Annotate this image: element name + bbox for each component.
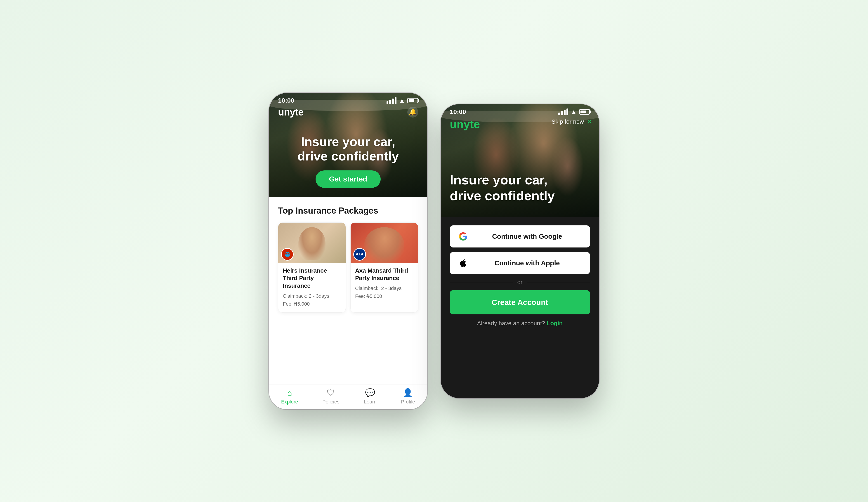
time-label: 10:00 <box>278 97 294 104</box>
right-hero-content: Insure your car, drive confidently <box>441 172 599 210</box>
right-battery-icon <box>579 109 590 115</box>
apple-signin-button[interactable]: Continue with Apple <box>450 252 590 274</box>
divider-line-right <box>527 282 590 282</box>
apple-icon <box>458 258 468 268</box>
login-prompt-text: Already have an account? <box>477 320 545 327</box>
chat-icon: 💬 <box>365 388 375 398</box>
card-body-heirs: Heirs Insurance Third Party Insurance Cl… <box>278 263 345 313</box>
right-time-label: 10:00 <box>450 108 466 115</box>
signal-icon <box>386 97 396 104</box>
home-icon: ⌂ <box>287 388 292 398</box>
tab-learn[interactable]: 💬 Learn <box>364 388 376 405</box>
apple-btn-label: Continue with Apple <box>473 259 582 267</box>
insurance-card-heirs[interactable]: 🌐 Heirs Insurance Third Party Insurance … <box>278 222 346 313</box>
google-signin-button[interactable]: Continue with Google <box>450 225 590 248</box>
heirs-logo: 🌐 <box>281 248 293 261</box>
wifi-icon: ▲ <box>399 97 405 104</box>
login-link[interactable]: Login <box>547 320 563 327</box>
right-wifi-icon: ▲ <box>570 108 577 115</box>
status-bar: 10:00 ▲ <box>269 93 427 104</box>
card-fee-heirs: Fee: ₦5,000 <box>283 300 341 308</box>
app-header: unyte 🔔 <box>269 106 427 118</box>
axa-logo: AXA <box>353 248 366 261</box>
create-account-button[interactable]: Create Account <box>450 290 590 314</box>
right-phone: 10:00 ▲ unyt <box>441 104 599 398</box>
get-started-button[interactable]: Get started <box>316 170 381 188</box>
or-text: or <box>517 279 523 286</box>
card-image-axa: AXA <box>351 223 418 263</box>
login-prompt: Already have an account? Login <box>450 320 590 327</box>
card-title-axa: Axa Mansard Third Party Insurance <box>355 267 413 282</box>
notification-bell-icon[interactable]: 🔔 <box>407 107 418 117</box>
right-signal-icon <box>558 108 568 115</box>
tab-explore[interactable]: ⌂ Explore <box>281 388 298 405</box>
right-status-icons: ▲ <box>558 108 590 115</box>
battery-icon <box>407 98 418 103</box>
card-body-axa: Axa Mansard Third Party Insurance Claimb… <box>351 263 418 305</box>
auth-logo: unyte <box>450 118 480 131</box>
insurance-card-axa[interactable]: AXA Axa Mansard Third Party Insurance Cl… <box>350 222 418 313</box>
tab-bar: ⌂ Explore 🛡 Policies 💬 Learn 👤 Profile <box>269 384 427 409</box>
tab-profile-label: Profile <box>401 399 415 405</box>
card-claimback-heirs: Claimback: 2 - 3days <box>283 292 341 300</box>
skip-bar: Skip for now ✕ <box>551 118 592 126</box>
skip-label: Skip for now <box>551 118 584 125</box>
person-icon: 👤 <box>403 388 413 398</box>
hero-headline: Insure your car, drive confidently <box>269 135 427 164</box>
tab-profile[interactable]: 👤 Profile <box>401 388 415 405</box>
card-image-heirs: 🌐 <box>278 223 345 263</box>
tab-policies[interactable]: 🛡 Policies <box>322 388 340 405</box>
section-title: Top Insurance Packages <box>278 206 418 216</box>
divider-line-left <box>450 282 513 282</box>
tab-policies-label: Policies <box>322 399 340 405</box>
right-hero-headline: Insure your car, drive confidently <box>450 172 590 203</box>
tab-explore-label: Explore <box>281 399 298 405</box>
insurance-cards: 🌐 Heirs Insurance Third Party Insurance … <box>278 222 418 313</box>
app-logo: unyte <box>278 106 303 118</box>
content-area: Top Insurance Packages 🌐 <box>269 197 427 384</box>
auth-content: Continue with Google Continue with Apple… <box>441 217 599 398</box>
right-status-bar: 10:00 ▲ <box>441 104 599 115</box>
card-fee-axa: Fee: ₦5,000 <box>355 292 413 300</box>
status-icons: ▲ <box>386 97 418 104</box>
card-title-heirs: Heirs Insurance Third Party Insurance <box>283 267 341 290</box>
left-phone: 10:00 ▲ <box>269 93 427 409</box>
tab-learn-label: Learn <box>364 399 376 405</box>
google-icon <box>458 231 468 241</box>
card-claimback-axa: Claimback: 2 - 3days <box>355 284 413 292</box>
google-btn-label: Continue with Google <box>473 232 582 240</box>
skip-close-icon[interactable]: ✕ <box>587 118 592 126</box>
or-divider: or <box>450 279 590 286</box>
hero-content: Insure your car, drive confidently Get s… <box>269 135 427 188</box>
shield-icon: 🛡 <box>327 388 335 398</box>
